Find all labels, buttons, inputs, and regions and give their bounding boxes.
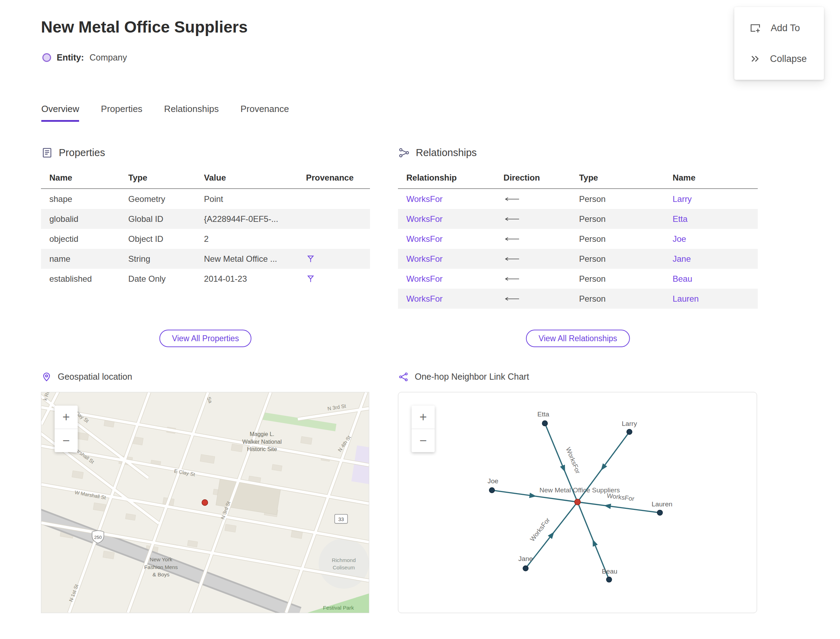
relationships-section-title: Relationships bbox=[416, 147, 477, 159]
relationship-link[interactable]: WorksFor bbox=[406, 214, 443, 224]
relationship-link[interactable]: WorksFor bbox=[406, 274, 443, 283]
node-lauren bbox=[657, 510, 663, 515]
table-row: WorksFor Person Jane bbox=[398, 249, 758, 269]
link-chart-section-header: One-hop Neighbor Link Chart bbox=[399, 372, 529, 382]
entity-type-value: Company bbox=[90, 52, 127, 63]
svg-text:Joe: Joe bbox=[488, 477, 498, 485]
provenance-icon[interactable] bbox=[306, 254, 315, 264]
link-chart-section-title: One-hop Neighbor Link Chart bbox=[415, 372, 529, 382]
column-header: Name bbox=[664, 169, 758, 189]
svg-text:Walker National: Walker National bbox=[242, 439, 282, 445]
add-to-icon bbox=[750, 22, 761, 33]
tab-provenance[interactable]: Provenance bbox=[240, 103, 289, 122]
entity-location-marker[interactable] bbox=[202, 500, 208, 505]
properties-table: Name Type Value Provenance shape Geometr… bbox=[41, 169, 370, 289]
properties-section-header: Properties bbox=[41, 147, 105, 159]
map-canvas[interactable]: 250 33 k Ro W Clay St Sa N 3rd St N 4th … bbox=[41, 392, 369, 613]
svg-text:250: 250 bbox=[94, 535, 102, 540]
svg-text:Festival Park: Festival Park bbox=[323, 605, 354, 610]
link-chart-node-labels: Etta Larry Joe Jane Beau Lauren New Meta… bbox=[488, 410, 672, 575]
link-chart-edge-labels: WorksFor WorksFor WorksFor bbox=[528, 446, 635, 542]
link-chart-panel[interactable]: WorksFor WorksFor WorksFor Etta bbox=[398, 392, 757, 613]
page-title: New Metal Office Suppliers bbox=[41, 17, 247, 37]
relationship-link[interactable]: WorksFor bbox=[406, 234, 443, 243]
left-arrow-icon bbox=[504, 216, 520, 222]
collapse-icon bbox=[750, 54, 760, 64]
table-row: WorksFor Person Etta bbox=[398, 209, 758, 229]
entity-type-icon bbox=[42, 53, 51, 62]
svg-text:Jane: Jane bbox=[519, 555, 533, 563]
location-pin-icon bbox=[41, 372, 51, 382]
table-row: globalid Global ID {A228944F-0EF5-... bbox=[41, 209, 370, 229]
svg-text:Maggie L.: Maggie L. bbox=[250, 431, 274, 437]
chart-zoom-controls: + − bbox=[412, 405, 435, 452]
svg-text:Richmond: Richmond bbox=[332, 557, 356, 563]
related-entity-link[interactable]: Lauren bbox=[673, 294, 699, 304]
svg-text:WorksFor: WorksFor bbox=[528, 516, 551, 542]
left-arrow-icon bbox=[504, 296, 520, 302]
chart-zoom-in-button[interactable]: + bbox=[412, 405, 435, 429]
relationship-link[interactable]: WorksFor bbox=[406, 294, 443, 304]
related-entity-link[interactable]: Larry bbox=[673, 194, 692, 203]
svg-text:& Boys: & Boys bbox=[153, 571, 170, 577]
svg-text:Historic Site: Historic Site bbox=[247, 446, 277, 452]
column-header: Direction bbox=[495, 169, 571, 189]
table-row: name String New Metal Office ... bbox=[41, 249, 370, 269]
chart-zoom-out-button[interactable]: − bbox=[412, 429, 435, 452]
table-row: WorksFor Person Lauren bbox=[398, 289, 758, 308]
node-etta bbox=[542, 421, 547, 426]
map-panel[interactable]: 250 33 k Ro W Clay St Sa N 3rd St N 4th … bbox=[41, 392, 369, 613]
add-to-label: Add To bbox=[771, 23, 800, 33]
link-chart-canvas[interactable]: WorksFor WorksFor WorksFor Etta bbox=[398, 392, 757, 613]
node-beau bbox=[606, 577, 612, 582]
relationships-icon bbox=[399, 147, 409, 158]
column-header: Value bbox=[196, 169, 298, 189]
properties-section-title: Properties bbox=[59, 147, 105, 159]
tab-properties[interactable]: Properties bbox=[101, 103, 142, 122]
svg-text:Larry: Larry bbox=[622, 420, 637, 427]
center-node-label: New Metal Office Suppliers bbox=[539, 486, 620, 494]
table-row: shape Geometry Point bbox=[41, 189, 370, 209]
geospatial-section-title: Geospatial location bbox=[58, 372, 132, 382]
related-entity-link[interactable]: Joe bbox=[673, 234, 686, 243]
related-entity-link[interactable]: Etta bbox=[673, 214, 688, 224]
related-entity-link[interactable]: Jane bbox=[673, 254, 691, 264]
tab-overview[interactable]: Overview bbox=[41, 103, 79, 122]
left-column: Properties Name Type Value Provenance sh… bbox=[41, 147, 370, 616]
map-zoom-controls: + − bbox=[55, 405, 78, 452]
tab-relationships[interactable]: Relationships bbox=[164, 103, 219, 122]
svg-text:New York: New York bbox=[150, 556, 173, 563]
left-arrow-icon bbox=[504, 276, 520, 282]
add-to-button[interactable]: Add To bbox=[734, 13, 824, 43]
table-row: established Date Only 2014-01-23 bbox=[41, 269, 370, 289]
map-zoom-in-button[interactable]: + bbox=[55, 405, 78, 429]
relationships-header-row: Relationship Direction Type Name bbox=[398, 169, 758, 189]
column-header: Type bbox=[571, 169, 664, 189]
left-arrow-icon bbox=[504, 236, 520, 242]
svg-text:Fashion Mens: Fashion Mens bbox=[144, 564, 178, 570]
right-column: Relationships Relationship Direction Typ… bbox=[398, 147, 758, 616]
left-arrow-icon bbox=[504, 256, 520, 262]
action-menu: Add To Collapse bbox=[734, 7, 824, 80]
geospatial-section-header: Geospatial location bbox=[41, 372, 132, 382]
column-header: Name bbox=[41, 169, 120, 189]
node-center-entity[interactable] bbox=[575, 499, 581, 505]
svg-text:Lauren: Lauren bbox=[652, 501, 672, 508]
table-row: WorksFor Person Joe bbox=[398, 229, 758, 249]
map-zoom-out-button[interactable]: − bbox=[55, 429, 78, 452]
left-arrow-icon bbox=[504, 196, 520, 202]
relationship-link[interactable]: WorksFor bbox=[406, 194, 443, 203]
related-entity-link[interactable]: Beau bbox=[673, 274, 692, 283]
node-joe bbox=[489, 488, 495, 493]
entity-type-row: Entity: Company bbox=[42, 52, 127, 63]
collapse-button[interactable]: Collapse bbox=[734, 43, 824, 74]
relationship-link[interactable]: WorksFor bbox=[406, 254, 443, 264]
svg-text:Beau: Beau bbox=[601, 567, 617, 575]
view-all-relationships-button[interactable]: View All Relationships bbox=[526, 330, 630, 347]
route-shield-33: 33 bbox=[335, 514, 348, 523]
provenance-icon[interactable] bbox=[306, 274, 315, 283]
table-row: WorksFor Person Beau bbox=[398, 269, 758, 289]
view-all-properties-button[interactable]: View All Properties bbox=[159, 330, 251, 347]
table-row: WorksFor Person Larry bbox=[398, 189, 758, 209]
table-row: objectid Object ID 2 bbox=[41, 229, 370, 249]
